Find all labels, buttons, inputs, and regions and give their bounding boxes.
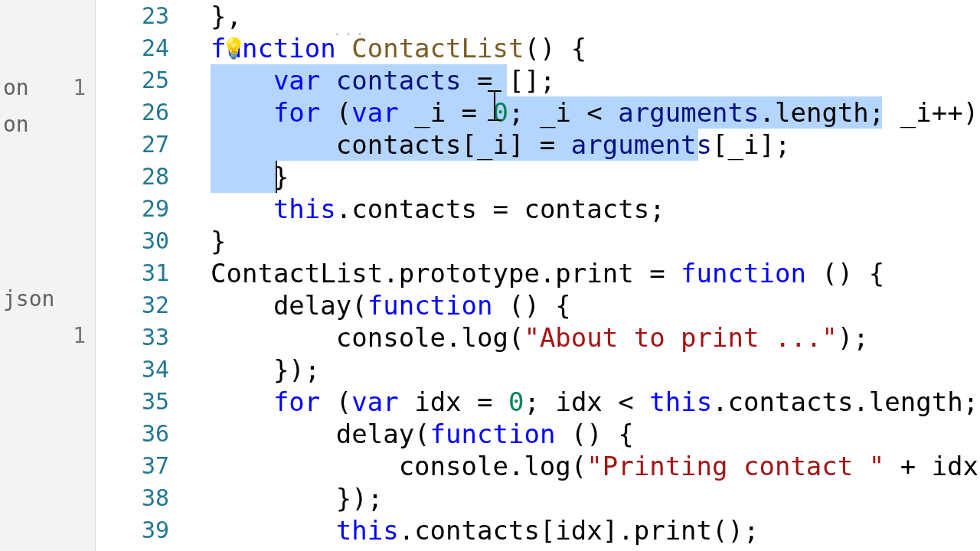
code-text xyxy=(211,65,273,96)
sidebar-item-label: json xyxy=(3,286,54,311)
code-line[interactable]: }); xyxy=(188,354,980,386)
code-line[interactable]: } xyxy=(188,161,980,193)
code-text xyxy=(211,322,336,353)
code-line[interactable]: delay(function () { xyxy=(188,418,980,450)
code-text: 0 xyxy=(508,386,524,417)
code-text: () { xyxy=(524,33,586,64)
line-number: 29 xyxy=(96,193,188,225)
code-line[interactable]: contacts[_i] = arguments[_i]; xyxy=(188,129,980,161)
code-text: console.log( xyxy=(399,451,587,481)
line-number-gutter[interactable]: 23 24 25 26 27 28 29 30 31 32 33 34 35 3… xyxy=(96,0,188,551)
code-text: var xyxy=(351,386,398,417)
code-text: arguments xyxy=(571,129,712,160)
code-text: }); xyxy=(273,354,320,385)
code-text xyxy=(211,451,399,481)
code-text: console.log( xyxy=(336,322,524,353)
code-text xyxy=(211,129,336,160)
code-text xyxy=(211,547,273,551)
code-line[interactable]: console.log("About to print ..."); xyxy=(188,321,980,354)
sidebar-item[interactable]: json xyxy=(0,280,95,317)
line-number: 36 xyxy=(96,418,188,450)
line-number: 37 xyxy=(96,450,188,482)
code-text xyxy=(211,354,273,385)
code-text: function xyxy=(368,290,493,321)
code-text: arguments xyxy=(618,97,759,128)
sidebar-item-badge: 1 xyxy=(73,323,86,348)
sidebar-item-label: on xyxy=(3,112,29,137)
sidebar-item[interactable]: on xyxy=(0,106,95,142)
code-text xyxy=(211,386,273,417)
code-text xyxy=(211,97,273,128)
line-number: 31 xyxy=(96,257,188,289)
code-text: + idx); xyxy=(884,451,980,481)
line-number: 33 xyxy=(96,321,188,354)
code-editor[interactable]: 💡 ... }, function ContactList() { var co… xyxy=(188,0,980,551)
code-text: function xyxy=(681,258,806,289)
code-text xyxy=(211,194,273,224)
code-text: idx = xyxy=(399,386,508,417)
code-line[interactable]: ContactList.prototype.print = function (… xyxy=(188,257,980,289)
code-line[interactable]: delay(function () { xyxy=(188,289,980,321)
code-text: () { xyxy=(555,419,633,449)
line-number: 27 xyxy=(96,129,188,161)
code-text: () { xyxy=(492,290,570,321)
code-text xyxy=(211,290,273,321)
code-line[interactable]: } xyxy=(188,546,980,551)
sidebar-item[interactable]: on 1 xyxy=(0,69,95,106)
sidebar-item-badge: 1 xyxy=(73,75,86,100)
line-number: 28 xyxy=(96,161,188,193)
code-text: delay( xyxy=(336,419,430,449)
code-text: function xyxy=(430,419,556,449)
code-text: ContactList.prototype.print = xyxy=(211,258,681,289)
code-text: this xyxy=(273,194,336,224)
code-text: "About to print ..." xyxy=(524,322,837,353)
code-line[interactable]: function ContactList() { xyxy=(188,32,980,64)
code-text: for xyxy=(273,386,320,417)
code-line[interactable]: }, xyxy=(188,0,980,32)
line-number: 32 xyxy=(96,289,188,321)
code-text: ( xyxy=(320,97,351,128)
line-number: 30 xyxy=(96,225,188,257)
file-explorer-sidebar[interactable]: on 1 on json 1 xyxy=(0,0,96,551)
text-caret xyxy=(276,161,277,193)
code-text xyxy=(211,419,336,449)
code-text: = []; xyxy=(462,65,556,96)
code-line[interactable]: for (var idx = 0; idx < this.contacts.le… xyxy=(188,386,980,418)
code-text xyxy=(211,515,336,546)
code-text: .length; _i++) { xyxy=(760,97,980,128)
line-number: 24 xyxy=(96,32,188,64)
code-line[interactable]: this.contacts = contacts; xyxy=(188,193,980,225)
code-text: .contacts.length; idx += xyxy=(712,386,980,417)
code-line[interactable]: } xyxy=(188,225,980,257)
sidebar-item-label: on xyxy=(3,75,29,100)
code-text: contacts[_i] = xyxy=(336,129,571,160)
code-text: ); xyxy=(838,322,869,353)
code-text: () { xyxy=(806,258,884,289)
lightbulb-icon[interactable]: 💡 xyxy=(221,37,246,60)
code-text: .contacts[idx].print(); xyxy=(399,515,760,546)
code-line[interactable]: var contacts = []; xyxy=(188,64,980,96)
sidebar-item[interactable]: 1 xyxy=(0,317,95,354)
code-text: .contacts = contacts; xyxy=(336,194,665,224)
code-text: ContactList xyxy=(336,33,524,64)
code-text: ( xyxy=(320,386,351,417)
line-number: 25 xyxy=(96,64,188,96)
code-text: for xyxy=(273,97,320,128)
code-text: ; idx < xyxy=(524,386,649,417)
code-line[interactable]: console.log("Printing contact " + idx); xyxy=(188,450,980,482)
code-text xyxy=(211,161,273,192)
code-text xyxy=(211,483,336,514)
code-text: } xyxy=(273,547,289,551)
code-text: }); xyxy=(336,483,383,514)
line-number: 40 xyxy=(96,546,188,551)
code-text: this xyxy=(649,386,712,417)
code-text: _i = xyxy=(399,97,493,128)
code-line[interactable]: this.contacts[idx].print(); xyxy=(188,514,980,546)
code-line[interactable]: for (var _i = 0; _i < arguments.length; … xyxy=(188,96,980,129)
code-text: this xyxy=(336,515,399,546)
code-text: var xyxy=(351,97,398,128)
line-number: 39 xyxy=(96,514,188,546)
line-number: 35 xyxy=(96,386,188,418)
code-line[interactable]: }); xyxy=(188,482,980,514)
line-number: 23 xyxy=(96,0,188,32)
